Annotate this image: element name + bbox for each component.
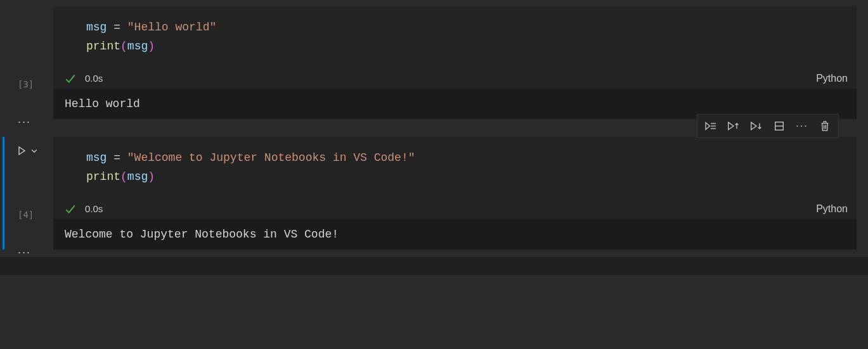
code-token-identifier: msg [127, 40, 148, 53]
execute-below-button[interactable] [746, 117, 767, 136]
code-token-operator: = [107, 21, 127, 34]
more-actions-button[interactable]: ··· [791, 117, 813, 136]
code-token-string: "Welcome to Jupyter Notebooks in VS Code… [127, 151, 415, 164]
code-token-identifier: msg [86, 21, 107, 34]
check-icon [65, 73, 76, 84]
notebook-cell[interactable]: [3] ··· msg = "Hello world" print(msg) 0… [0, 6, 868, 119]
execution-time: 0.0s [85, 203, 103, 214]
code-token-function: print [86, 170, 120, 183]
chevron-down-icon[interactable] [30, 147, 38, 155]
code-token-paren: ( [120, 40, 127, 53]
code-token-string: "Hello world" [127, 21, 216, 34]
code-token-identifier: msg [127, 170, 148, 183]
ellipsis-icon[interactable]: ··· [18, 246, 31, 259]
execution-time: 0.0s [85, 73, 103, 84]
run-by-line-button[interactable] [700, 117, 722, 136]
execution-count: [3] [18, 79, 34, 89]
code-token-operator: = [107, 151, 127, 164]
cell-gutter: [3] ··· [0, 6, 53, 119]
notebook-cell[interactable]: [4] ··· [0, 137, 868, 250]
delete-cell-button[interactable] [814, 117, 836, 136]
split-cell-button[interactable] [768, 117, 790, 136]
code-token-paren: ) [148, 170, 155, 183]
cell-status-bar: 0.0s Python [53, 67, 857, 89]
selection-indicator [3, 137, 4, 250]
ellipsis-icon[interactable]: ··· [18, 115, 31, 129]
code-token-function: print [86, 40, 120, 53]
cell-status-bar: 0.0s Python [53, 198, 857, 219]
language-label[interactable]: Python [816, 203, 848, 215]
cell-gutter: [4] ··· [0, 137, 53, 250]
bottom-strip [0, 257, 868, 275]
cell-toolbar: ··· [697, 114, 839, 138]
code-token-paren: ( [120, 170, 127, 183]
code-editor[interactable]: msg = "Hello world" print(msg) [53, 6, 857, 67]
code-token-paren: ) [148, 40, 155, 53]
cell-main: ··· msg = "Welcome to Jupyter Notebooks … [53, 137, 857, 250]
execution-count: [4] [18, 210, 34, 220]
notebook-container: [3] ··· msg = "Hello world" print(msg) 0… [0, 0, 868, 349]
check-icon [65, 203, 76, 215]
cell-output: Welcome to Jupyter Notebooks in VS Code! [53, 219, 857, 250]
execute-above-button[interactable] [723, 117, 744, 136]
cell-main: msg = "Hello world" print(msg) 0.0s Pyth… [53, 6, 857, 119]
language-label[interactable]: Python [816, 73, 848, 84]
code-editor[interactable]: msg = "Welcome to Jupyter Notebooks in V… [53, 137, 857, 198]
code-token-identifier: msg [86, 151, 107, 164]
run-cell-button[interactable] [16, 146, 38, 156]
